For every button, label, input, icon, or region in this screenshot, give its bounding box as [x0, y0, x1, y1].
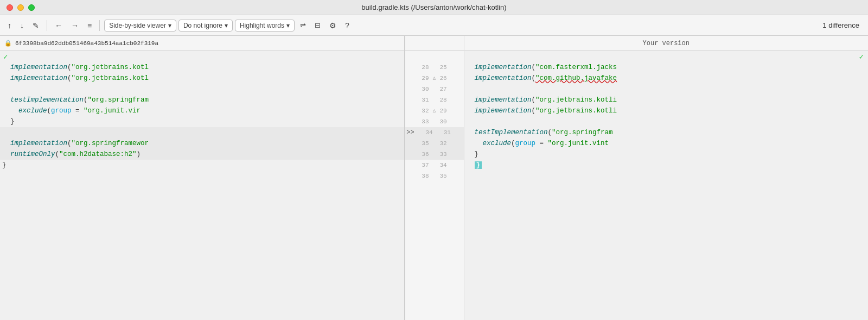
right-code-area: ✓ implementation("com.fasterxml.jacks im…: [464, 51, 869, 320]
right-line-25-content: implementation("com.fasterxml.jacks: [464, 62, 869, 73]
gutter-right-32: 32: [438, 138, 458, 149]
left-code-content[interactable]: ✓ implementation("org.jetbrains.kotl imp…: [0, 51, 404, 320]
gutter-right-31: 31: [442, 127, 462, 138]
maximize-button[interactable]: [28, 4, 35, 11]
fold-indicator-right: △: [433, 108, 436, 114]
chevron-down-icon-2: ▾: [225, 22, 228, 29]
sync-icon: ⇌: [300, 21, 306, 29]
right-header: Your version: [464, 36, 869, 51]
left-line-36: runtimeOnly("com.h2database:h2"): [0, 149, 404, 160]
right-code-content[interactable]: ✓ implementation("com.fasterxml.jacks im…: [464, 51, 869, 320]
right-checkmark: ✓: [859, 52, 864, 61]
left-line-29-content: implementation("org.jetbrains.kotl: [0, 73, 404, 84]
gutter-left-37: 37: [411, 160, 431, 171]
left-line-30: [0, 84, 404, 95]
right-line-28: implementation("org.jetbrains.kotli: [464, 95, 869, 105]
highlight-dropdown[interactable]: Highlight words ▾: [235, 20, 295, 32]
right-line-31-content: testImplementation("org.springfram: [464, 127, 869, 138]
gutter-left-36: 36: [411, 149, 431, 160]
gutter-line-30-27: 30 27: [405, 84, 464, 95]
gutter-left-28: 28: [411, 62, 431, 73]
right-line-30: [464, 116, 869, 127]
diff-arrow: >>: [406, 127, 414, 138]
left-line-35-content: implementation("org.springframewor: [0, 138, 404, 149]
gutter-right-27: 27: [438, 84, 458, 95]
gutter-right-30: 30: [438, 116, 458, 127]
split-button[interactable]: ⊟: [311, 19, 324, 32]
gutter-left-30: 30: [411, 84, 431, 95]
gutter-right-29: 29: [438, 105, 458, 116]
gear-icon: ⚙: [329, 21, 336, 30]
left-line-35: implementation("org.springframewor: [0, 138, 404, 149]
right-line-29: implementation("org.jetbrains.kotli: [464, 105, 869, 116]
gutter-line-32-29: 32 △ 29: [405, 105, 464, 116]
gutter-left-34: 34: [414, 127, 435, 138]
viewer-dropdown-label: Side-by-side viewer: [109, 22, 166, 29]
gutter-center: 28 25 29 △ 26 30 27 31 28 32 △: [405, 36, 464, 320]
viewer-dropdown[interactable]: Side-by-side viewer ▾: [104, 20, 176, 32]
left-line-32: exclude(group = "org.junit.vir: [0, 105, 404, 116]
right-line-34: }: [464, 160, 869, 171]
minimize-button[interactable]: [17, 4, 24, 11]
left-header: 🔒 6f3398ba9d62ddb051469a43b514aa1cb02f31…: [0, 36, 404, 51]
right-line-25: implementation("com.fasterxml.jacks: [464, 62, 869, 73]
close-button[interactable]: [7, 4, 13, 11]
right-line-27: [464, 84, 869, 95]
list-icon: ≡: [87, 21, 92, 30]
navigate-down-button[interactable]: ↓: [17, 19, 27, 32]
right-line-32-content: exclude(group = "org.junit.vint: [464, 138, 869, 149]
right-line-29-content: implementation("org.jetbrains.kotli: [464, 105, 869, 116]
edit-icon: ✎: [33, 21, 39, 30]
navigate-left-button[interactable]: ←: [52, 19, 66, 32]
gutter-left-35: 35: [411, 138, 431, 149]
traffic-lights: [7, 4, 35, 11]
gutter-line-29-26: 29 △ 26: [405, 73, 464, 84]
help-button[interactable]: ?: [342, 19, 353, 32]
settings-button[interactable]: ⚙: [326, 19, 340, 32]
left-line-33-content: }: [0, 116, 404, 127]
left-line-32-content: exclude(group = "org.junit.vir: [0, 105, 404, 116]
ignore-dropdown[interactable]: Do not ignore ▾: [178, 20, 233, 32]
list-button[interactable]: ≡: [84, 19, 95, 32]
lock-icon: 🔒: [4, 40, 12, 47]
gutter-right-26: 26: [438, 73, 458, 84]
right-panel: Your version ✓ implementation("com.faste…: [464, 36, 869, 320]
toolbar: ↑ ↓ ✎ ← → ≡ Side-by-side viewer ▾ Do not…: [0, 15, 868, 36]
navigate-up-button[interactable]: ↑: [4, 19, 15, 32]
navigate-right-button[interactable]: →: [68, 19, 82, 32]
gutter-right-33: 33: [438, 149, 458, 160]
gutter-right-25: 25: [438, 62, 458, 73]
left-line-28: implementation("org.jetbrains.kotl: [0, 62, 404, 73]
sync-button[interactable]: ⇌: [297, 19, 309, 32]
gutter-line-31-28: 31 28: [405, 95, 464, 105]
commit-hash: 6f3398ba9d62ddb051469a43b514aa1cb02f319a: [15, 40, 158, 47]
diff-container: 🔒 6f3398ba9d62ddb051469a43b514aa1cb02f31…: [0, 36, 868, 320]
gutter-right-34: 34: [438, 160, 458, 171]
title-bar: build.gradle.kts (/Users/anton/work/chat…: [0, 0, 868, 15]
left-line-37: }: [0, 160, 404, 171]
left-line-33: }: [0, 116, 404, 127]
help-icon: ?: [345, 21, 349, 30]
left-code-area: ✓ implementation("org.jetbrains.kotl imp…: [0, 51, 404, 320]
gutter-left-29: 29: [411, 73, 431, 84]
left-checkmark: ✓: [3, 52, 8, 61]
gutter-left-31: 31: [411, 95, 431, 105]
left-line-28-content: implementation("org.jetbrains.kotl: [0, 62, 404, 73]
separator-1: [47, 20, 47, 31]
differences-count: 1 difference: [822, 21, 864, 29]
gutter-right-35: 35: [438, 171, 458, 181]
gutter-line-37-34: 37 34: [405, 160, 464, 171]
right-line-34-content: }: [464, 160, 869, 171]
gutter-line-38-35: 38 35: [405, 171, 464, 181]
ignore-dropdown-label: Do not ignore: [183, 22, 222, 29]
split-icon: ⊟: [315, 21, 321, 29]
chevron-down-icon: ▾: [168, 22, 171, 29]
highlight-dropdown-label: Highlight words: [240, 22, 284, 29]
gutter-left-33: 33: [411, 116, 431, 127]
left-line-31: testImplementation("org.springfram: [0, 95, 404, 105]
fold-indicator-left: △: [433, 76, 436, 81]
edit-button[interactable]: ✎: [29, 19, 42, 32]
gutter-line-36-33: 36 33: [405, 149, 464, 160]
chevron-down-icon-3: ▾: [286, 22, 290, 29]
right-line-33-content: }: [464, 149, 869, 160]
